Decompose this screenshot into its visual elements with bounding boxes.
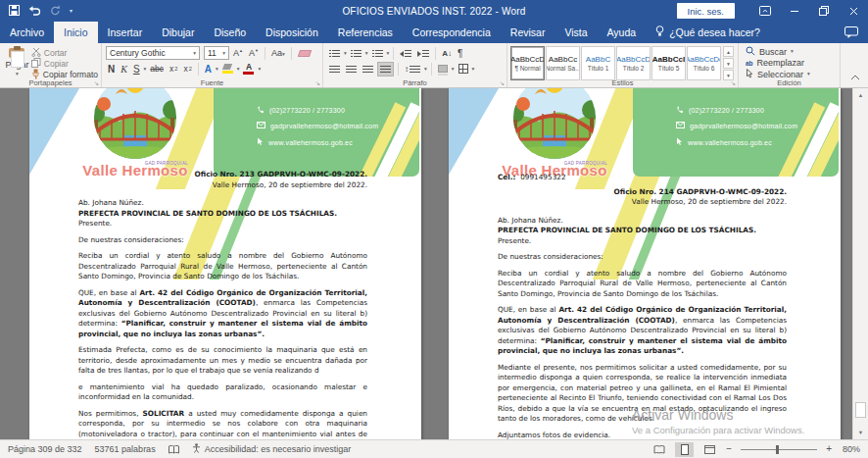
scroll-up-icon[interactable]: ▲ — [853, 88, 868, 102]
dialog-launcher-icon[interactable]: ↘ — [315, 80, 320, 86]
style-normal[interactable]: AaBbCcD ¶ Normal — [510, 46, 545, 80]
cut-button[interactable]: Cortar — [31, 48, 98, 58]
zoom-slider-thumb[interactable] — [776, 445, 779, 454]
save-icon[interactable] — [9, 2, 20, 20]
italic-button[interactable]: K — [119, 62, 129, 76]
font-color-button[interactable]: A — [241, 62, 256, 76]
read-mode-button[interactable] — [650, 442, 668, 457]
style-titulo-2[interactable]: AaBbCcD Título 2 — [616, 46, 651, 80]
page-left[interactable]: RUC : 1760120660001 (02)2773220 / 277330… — [29, 88, 421, 439]
multilevel-list-button[interactable] — [370, 46, 385, 61]
font-family-combo[interactable]: Century Gothic▾ — [106, 46, 200, 60]
bold-button[interactable]: N — [106, 62, 117, 76]
justify-button[interactable] — [377, 62, 394, 76]
gallery-up-icon[interactable]: ▲ — [723, 46, 734, 57]
scrollbar-thumb[interactable] — [855, 402, 866, 418]
copy-button[interactable]: Copiar — [31, 59, 98, 69]
word-count-status[interactable]: 53761 palabras — [95, 444, 156, 454]
text-effects-button[interactable]: A — [203, 62, 214, 76]
grow-font-button[interactable]: A▲ — [231, 48, 245, 58]
bullet-list-icon — [329, 49, 340, 58]
align-left-button[interactable] — [327, 62, 342, 76]
tab-ayuda[interactable]: Ayuda — [598, 22, 647, 43]
align-right-button[interactable] — [361, 62, 375, 76]
replace-button[interactable]: ab Reemplazar — [742, 58, 837, 68]
highlight-color-button[interactable] — [220, 62, 235, 76]
web-layout-button[interactable] — [700, 442, 719, 457]
sort-button[interactable]: A↓ — [440, 46, 454, 61]
dialog-launcher-icon[interactable]: ↘ — [731, 80, 736, 86]
underline-button[interactable]: S — [131, 62, 142, 76]
zoom-in-button[interactable]: + — [826, 444, 832, 454]
style-normal-sa[interactable]: AaBbCc Normal Sa... — [546, 46, 580, 80]
dialog-launcher-icon[interactable]: ↘ — [500, 80, 505, 86]
bullets-button[interactable] — [327, 46, 342, 61]
ruc-line: RUC : 1760120660001 — [676, 88, 762, 90]
strikethrough-button[interactable]: abc — [148, 62, 166, 76]
letter-paragraph: e mantenimiento vial ha quedado paraliza… — [78, 382, 367, 403]
valle-hermoso-logo: GAD PARROQUIAL Valle Hermoso — [74, 88, 196, 178]
find-button[interactable]: Buscar▾ — [742, 46, 837, 57]
style-titulo-1[interactable]: AaBbC Título 1 — [581, 46, 615, 80]
change-case-button[interactable]: Aa▾ — [269, 48, 287, 58]
style-titulo-5[interactable]: AaBbCcI Título 5 — [651, 46, 686, 80]
tab-diseno[interactable]: Diseño — [204, 22, 256, 43]
style-titulo-6[interactable]: AaBbCcDc Título 6 — [687, 46, 721, 80]
increase-indent-button[interactable] — [415, 46, 431, 61]
redo-icon[interactable] — [50, 2, 61, 20]
ribbon-display-options-icon[interactable] — [750, 0, 780, 22]
sign-in-button[interactable]: Inic. ses. — [677, 3, 736, 19]
zoom-slider[interactable] — [741, 449, 817, 450]
tab-revisar[interactable]: Revisar — [501, 22, 555, 43]
search-icon — [746, 46, 755, 58]
gallery-down-icon[interactable]: ▼ — [723, 58, 734, 69]
font-size-combo[interactable]: 11▾ — [204, 46, 229, 60]
collapse-ribbon-icon[interactable] — [850, 67, 860, 84]
zoom-percentage[interactable]: 80% — [839, 444, 860, 454]
superscript-button[interactable]: x2 — [181, 62, 193, 76]
minimize-button[interactable] — [780, 0, 809, 22]
undo-icon[interactable] — [28, 2, 41, 20]
close-button[interactable] — [839, 0, 868, 22]
restore-button[interactable] — [809, 0, 839, 22]
numbering-button[interactable] — [349, 46, 363, 61]
tab-referencias[interactable]: Referencias — [328, 22, 403, 43]
group-estilos: AaBbCcD ¶ Normal AaBbCc Normal Sa... AaB… — [507, 43, 739, 87]
tab-dibujar[interactable]: Dibujar — [152, 22, 204, 43]
tab-insertar[interactable]: Insertar — [98, 22, 153, 43]
align-center-button[interactable] — [344, 62, 359, 76]
shrink-font-button[interactable]: A▼ — [247, 48, 261, 58]
phone-line: (02)2773220 / 2773300 — [257, 106, 345, 115]
decrease-indent-button[interactable] — [398, 46, 413, 61]
line-spacing-button[interactable]: ↕ — [403, 62, 422, 76]
tell-me-box[interactable]: ¿Qué desea hacer? — [646, 22, 770, 43]
scroll-down-icon[interactable]: ▼ — [853, 426, 868, 439]
oficio-number: Oficio Nro. 213 GADPRVH-O-WMC-09-2022. — [78, 170, 367, 180]
show-marks-button[interactable]: ¶ — [456, 46, 464, 61]
clear-formatting-icon[interactable] — [298, 50, 312, 57]
qat-customize-icon[interactable]: ▾ — [70, 9, 72, 14]
group-portapapeles: Pegar ▾ Cortar Copiar Copiar formato Por… — [0, 43, 102, 87]
tab-disposicion[interactable]: Disposición — [256, 22, 328, 43]
borders-button[interactable] — [457, 62, 470, 76]
website-line: www.vallehermoso.gob.ec — [676, 137, 772, 147]
tab-inicio[interactable]: Inicio — [54, 22, 98, 43]
tab-vista[interactable]: Vista — [555, 22, 597, 43]
accessibility-status[interactable]: Accesibilidad: es necesario investigar — [192, 443, 352, 455]
numbered-list-icon — [351, 49, 362, 58]
page-right[interactable]: RUC : 1760120660001 (02)2773220 / 277330… — [449, 88, 841, 439]
paste-button[interactable]: Pegar ▾ — [3, 45, 31, 76]
dialog-launcher-icon[interactable]: ↘ — [94, 80, 99, 86]
styles-gallery-scroll: ▲ ▼ ▼ — [723, 46, 734, 80]
comments-icon[interactable] — [844, 25, 858, 43]
subscript-button[interactable]: x2 — [168, 62, 179, 76]
tab-archivo[interactable]: Archivo — [0, 22, 54, 43]
page-count-status[interactable]: Página 309 de 332 — [8, 444, 82, 454]
tab-correspondencia[interactable]: Correspondencia — [403, 22, 501, 43]
zoom-out-button[interactable]: − — [726, 444, 732, 454]
vertical-scrollbar[interactable]: ▲ ▼ — [852, 88, 868, 439]
addressee-present: Presente. — [78, 219, 367, 229]
proofing-status-icon[interactable] — [169, 445, 179, 454]
shading-button[interactable] — [436, 62, 450, 76]
print-layout-button[interactable] — [675, 442, 694, 457]
